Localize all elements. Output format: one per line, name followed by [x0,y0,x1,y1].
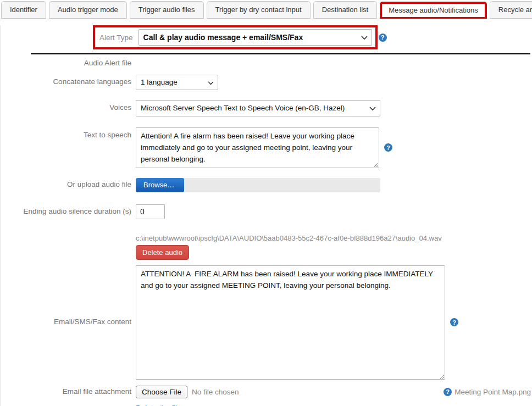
email-content-textarea[interactable]: ATTENTION! A FIRE ALARM has been raised!… [136,265,445,380]
voices-label: Voices [1,103,131,113]
tab-message-audio-notifications[interactable]: Message audio/Notifications [380,2,487,19]
tab-trigger-dry-contact[interactable]: Trigger by dry contact input [207,1,311,19]
tab-trigger-audio-files[interactable]: Trigger audio files [130,1,204,19]
upload-audio-label: Or upload audio file [1,180,131,190]
audio-alert-file-label: Audio Alert file [1,59,131,68]
tab-panel: Alert Type Call & play audio message + e… [0,25,532,406]
text-to-speech-textarea[interactable]: Attention! A fire alarm has been raised!… [136,127,379,168]
email-attachment-label: Email file attachment [1,387,131,397]
delete-audio-button[interactable]: Delete audio [136,245,189,260]
choose-file-button[interactable]: Choose File [136,386,187,398]
delete-file-link[interactable]: Delete the file [136,404,181,406]
attached-file-name: Meeting Point Map.png [455,388,531,396]
concatenate-languages-select[interactable]: 1 language [136,75,218,90]
section-divider [31,53,530,54]
alert-type-label: Alert Type [99,34,133,42]
help-icon-email-content[interactable]: ? [450,318,458,326]
text-to-speech-label: Text to speech [1,127,131,140]
concatenate-languages-label: Concatenate languages [1,77,131,87]
ending-silence-label: Ending audio silence duration (s) [1,207,131,216]
tab-audio-trigger-mode[interactable]: Audio trigger mode [49,1,127,19]
browse-button[interactable]: Browse… [136,178,184,192]
tab-recycle-treatments[interactable]: Recycle and treatments [490,1,532,19]
file-chosen-status: No file chosen [192,388,239,396]
audio-file-path: c:\inetpub\wwwroot\ipscfg\DATA\AUDIO\5aa… [136,234,442,242]
help-icon-alert-type[interactable]: ? [379,34,387,42]
voices-select[interactable]: Microsoft Server Speech Text to Speech V… [136,100,380,116]
email-content-label: Email/SMS/Fax content [1,318,131,327]
tab-destination-list[interactable]: Destination list [313,1,378,19]
alert-type-highlight: Alert Type Call & play audio message + e… [93,25,378,49]
ending-silence-input[interactable] [136,204,165,219]
audio-upload-field[interactable]: Browse… [136,178,380,192]
tab-bar: Identifier Audio trigger mode Trigger au… [0,0,532,19]
help-icon-text-to-speech[interactable]: ? [384,143,392,152]
help-icon-attachment[interactable]: ? [444,388,452,396]
tab-identifier[interactable]: Identifier [1,1,46,19]
alert-type-select[interactable]: Call & play audio message + email/SMS/Fa… [138,29,372,46]
alert-type-row: Alert Type Call & play audio message + e… [93,25,532,49]
